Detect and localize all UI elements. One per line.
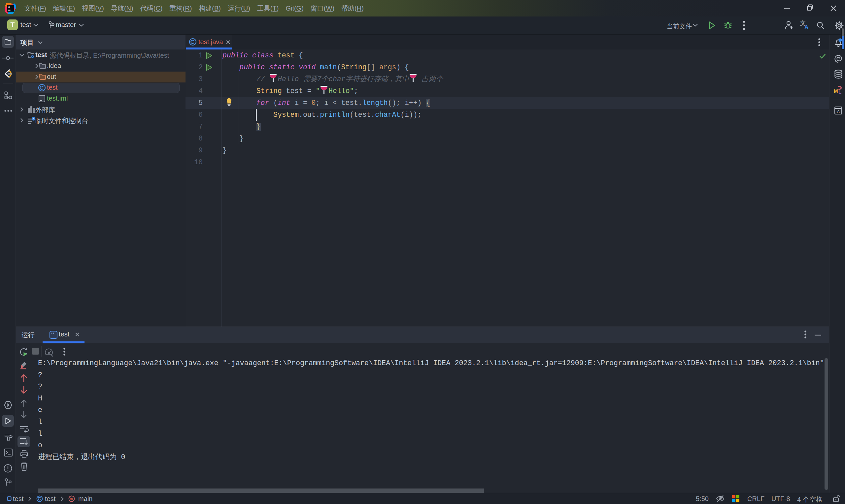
svg-text:A: A bbox=[805, 24, 808, 30]
svg-text:L: L bbox=[839, 89, 841, 94]
svg-text:M: M bbox=[834, 88, 838, 94]
svg-text:A: A bbox=[837, 109, 840, 114]
svg-text:m: m bbox=[70, 497, 73, 501]
